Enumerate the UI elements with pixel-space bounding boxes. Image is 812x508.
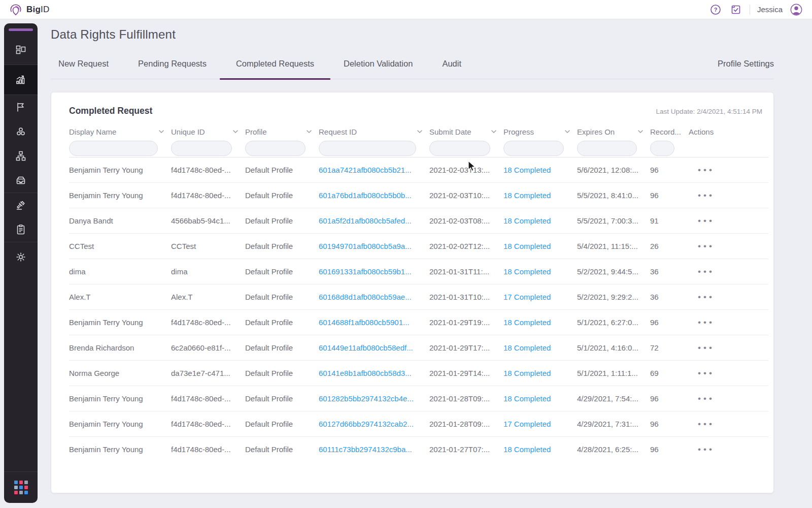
cell-progress[interactable]: 17 Completed bbox=[503, 293, 577, 301]
tab-pending-requests[interactable]: Pending Requests bbox=[138, 59, 207, 79]
cell-record: 96 bbox=[650, 318, 689, 327]
cell-request-id[interactable]: 6014688f1afb080cb5901... bbox=[319, 318, 429, 327]
fingerprint-logo-icon bbox=[9, 3, 22, 16]
sidebar-item-clipboard[interactable] bbox=[4, 217, 38, 242]
cell-display-name: Benjamin Terry Young bbox=[69, 166, 171, 174]
tab-completed-requests[interactable]: Completed Requests bbox=[236, 59, 314, 79]
cell-display-name: Danya Bandt bbox=[69, 216, 171, 225]
row-actions-button[interactable]: ••• bbox=[698, 445, 715, 454]
cell-profile: Default Profile bbox=[245, 242, 319, 250]
row-actions-button[interactable]: ••• bbox=[698, 191, 715, 200]
row-actions-button[interactable]: ••• bbox=[698, 394, 715, 403]
row-actions-button[interactable]: ••• bbox=[698, 420, 715, 428]
cell-submit-date: 2021-01-29T17:... bbox=[429, 343, 503, 352]
column-header-expires-on[interactable]: Expires On bbox=[577, 128, 650, 136]
cell-request-id[interactable]: 601a5f2d1afb080cb5afed... bbox=[319, 216, 429, 225]
cell-unique-id: da73e1e7-c471... bbox=[171, 369, 245, 377]
sidebar-item-apps[interactable] bbox=[4, 472, 38, 503]
sidebar-item-settings[interactable] bbox=[4, 242, 38, 272]
top-bar: BigID ? Jessica bbox=[0, 0, 812, 19]
column-label: Actions bbox=[689, 128, 714, 136]
cell-request-id[interactable]: 601949701afb080cb5a9a... bbox=[319, 242, 429, 250]
row-actions-button[interactable]: ••• bbox=[698, 293, 715, 301]
row-actions-button[interactable]: ••• bbox=[698, 318, 715, 327]
column-header-unique-id[interactable]: Unique ID bbox=[171, 128, 245, 136]
column-header-display-name[interactable]: Display Name bbox=[69, 128, 171, 136]
cell-unique-id: Alex.T bbox=[171, 293, 245, 301]
expires-on-filter-input[interactable] bbox=[577, 141, 637, 156]
sidebar-item-hierarchy[interactable] bbox=[4, 144, 38, 168]
cell-progress[interactable]: 18 Completed bbox=[503, 394, 577, 403]
tasks-icon[interactable] bbox=[729, 3, 742, 16]
unique-id-filter-input[interactable] bbox=[171, 141, 232, 156]
cell-progress[interactable]: 18 Completed bbox=[503, 318, 577, 327]
cell-profile: Default Profile bbox=[245, 293, 319, 301]
cell-request-id[interactable]: 60111c73bb2974132c9ba... bbox=[319, 445, 429, 454]
row-actions-button[interactable]: ••• bbox=[698, 242, 715, 250]
cell-progress[interactable]: 18 Completed bbox=[503, 445, 577, 454]
cell-unique-id: f4d1748c-80ed-... bbox=[171, 445, 245, 454]
cell-request-id[interactable]: 60168d8d1afb080cb59ae... bbox=[319, 293, 429, 301]
sidebar-item-gavel[interactable] bbox=[4, 193, 38, 217]
chevron-down-icon bbox=[491, 130, 496, 134]
cell-progress[interactable]: 18 Completed bbox=[503, 166, 577, 174]
cell-display-name: Benjamin Terry Young bbox=[69, 394, 171, 403]
cell-display-name: dima bbox=[69, 267, 171, 276]
table-body: Benjamin Terry Youngf4d1748c-80ed-...Def… bbox=[69, 157, 768, 462]
column-header-record: Record... bbox=[650, 128, 689, 136]
cell-profile: Default Profile bbox=[245, 191, 319, 200]
cell-submit-date: 2021-01-29T14:... bbox=[429, 369, 503, 377]
sidebar-item-data-rights[interactable] bbox=[4, 65, 38, 94]
chevron-down-icon bbox=[638, 130, 643, 134]
flag-icon bbox=[15, 101, 27, 113]
row-actions-button[interactable]: ••• bbox=[698, 369, 715, 377]
help-icon[interactable]: ? bbox=[709, 3, 722, 16]
column-header-request-id[interactable]: Request ID bbox=[319, 128, 429, 136]
cell-request-id[interactable]: 601691331afb080cb59b1... bbox=[319, 267, 429, 276]
brand-logo[interactable]: BigID bbox=[9, 3, 49, 16]
column-header-actions: Actions bbox=[689, 128, 768, 136]
submit-date-filter-input[interactable] bbox=[429, 141, 490, 156]
cell-request-id[interactable]: 601a76bd1afb080cb5b0b... bbox=[319, 191, 429, 200]
sidebar-item-dashboard[interactable] bbox=[4, 35, 38, 65]
tab-audit[interactable]: Audit bbox=[442, 59, 461, 79]
row-actions-button[interactable]: ••• bbox=[698, 343, 715, 352]
cell-progress[interactable]: 18 Completed bbox=[503, 343, 577, 352]
cell-progress[interactable]: 18 Completed bbox=[503, 242, 577, 250]
display-name-filter-input[interactable] bbox=[69, 141, 158, 156]
row-actions-button[interactable]: ••• bbox=[698, 267, 715, 276]
column-header-progress[interactable]: Progress bbox=[503, 128, 577, 136]
sidebar-item-cluster[interactable] bbox=[4, 119, 38, 144]
progress-filter-input[interactable] bbox=[503, 141, 564, 156]
cell-progress[interactable]: 17 Completed bbox=[503, 420, 577, 428]
tab-profile-settings[interactable]: Profile Settings bbox=[718, 59, 774, 79]
profile-filter-input[interactable] bbox=[245, 141, 306, 156]
cell-unique-id: 4566bab5-94c1... bbox=[171, 216, 245, 225]
cell-request-id[interactable]: 60127d66bb2974132cab2... bbox=[319, 420, 429, 428]
avatar[interactable] bbox=[790, 3, 803, 16]
record-filter-input[interactable] bbox=[650, 141, 674, 156]
row-actions-button[interactable]: ••• bbox=[698, 166, 715, 174]
cell-display-name: Benjamin Terry Young bbox=[69, 445, 171, 454]
cell-progress[interactable]: 18 Completed bbox=[503, 267, 577, 276]
cell-progress[interactable]: 18 Completed bbox=[503, 369, 577, 377]
sidebar-item-flag[interactable] bbox=[4, 95, 38, 119]
sidebar-item-archive[interactable] bbox=[4, 168, 38, 193]
cell-progress[interactable]: 18 Completed bbox=[503, 216, 577, 225]
cell-request-id[interactable]: 60141e8b1afb080cb58d3... bbox=[319, 369, 429, 377]
last-update-label: Last Update: 2/4/2021, 4:51:14 PM bbox=[656, 108, 762, 115]
cell-progress[interactable]: 18 Completed bbox=[503, 191, 577, 200]
sidebar-accent-bar bbox=[9, 28, 33, 31]
request-id-filter-input[interactable] bbox=[319, 141, 416, 156]
cell-profile: Default Profile bbox=[245, 343, 319, 352]
cell-request-id[interactable]: 601282b5bb2974132cb4e... bbox=[319, 394, 429, 403]
cell-request-id[interactable]: 601aa7421afb080cb5b21... bbox=[319, 166, 429, 174]
column-header-profile[interactable]: Profile bbox=[245, 128, 319, 136]
tab-bar: New Request Pending Requests Completed R… bbox=[51, 59, 774, 79]
cell-request-id[interactable]: 601449e11afb080cb58edf... bbox=[319, 343, 429, 352]
tab-new-request[interactable]: New Request bbox=[58, 59, 109, 79]
row-actions-button[interactable]: ••• bbox=[698, 216, 715, 225]
table-row: Norma Georgeda73e1e7-c471...Default Prof… bbox=[69, 360, 768, 386]
tab-deletion-validation[interactable]: Deletion Validation bbox=[344, 59, 413, 79]
column-header-submit-date[interactable]: Submit Date bbox=[429, 128, 503, 136]
